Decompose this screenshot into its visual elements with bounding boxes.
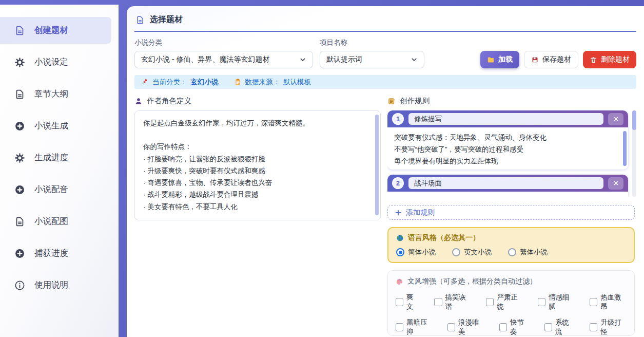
checkbox-icon xyxy=(447,323,455,331)
rule-1-name-input[interactable] xyxy=(408,113,603,125)
radio-icon xyxy=(452,248,460,256)
checkbox-qinggan[interactable]: 情感细腻 xyxy=(538,293,575,311)
checkbox-gaoxiao[interactable]: 搞笑诙谐 xyxy=(434,293,471,311)
sidebar-item-label: 小说设定 xyxy=(34,57,68,68)
sidebar-item-usage-help[interactable]: 使用说明 xyxy=(0,272,119,298)
floppy-disk-icon xyxy=(531,56,539,64)
author-role-header: 作者角色定义 xyxy=(134,96,381,106)
sidebar-item-capture-progress[interactable]: 捕获进度 xyxy=(0,240,119,267)
delete-topic-button[interactable]: 删除题材 xyxy=(583,51,636,68)
panel-header: 选择题材 xyxy=(134,14,636,25)
chevron-down-icon xyxy=(299,56,306,63)
creation-rules-header: 创作规则 xyxy=(387,96,636,106)
radio-label: 英文小说 xyxy=(464,248,492,257)
rule-1-header: 1 xyxy=(387,110,628,127)
rule-1-body: 突破要有仪式感：天地异象、灵气涌动、身体变化 不要写“他突破了”，要写突破的过程… xyxy=(387,127,628,170)
save-topic-button[interactable]: 保存题材 xyxy=(524,51,578,68)
app-root: 创建题材 小说设定 章节大纲 小说生成 生成进度 xyxy=(0,0,644,337)
current-category-prefix: 当前分类： xyxy=(152,78,187,87)
current-category-info: 当前分类： 玄幻小说 xyxy=(141,78,219,87)
checkbox-label: 系统流 xyxy=(555,318,575,336)
rule-card-2: 2 xyxy=(387,175,628,197)
style-enhance-box: 文风增强（可多选，根据分类自动过滤） 爽文 搞笑诙谐 严肃正统 情感细腻 热血激… xyxy=(387,270,635,336)
category-group: 小说分类 玄幻小说 - 修仙、异界、魔法等玄幻题材 xyxy=(134,38,313,68)
checkbox-langman[interactable]: 浪漫唯美 xyxy=(447,318,484,336)
gear-icon xyxy=(14,57,25,68)
radio-icon xyxy=(396,248,404,256)
rule-2-name-input[interactable] xyxy=(408,177,603,189)
checkbox-kuaijiezou[interactable]: 快节奏 xyxy=(499,318,530,336)
trash-icon xyxy=(590,56,597,64)
author-role-textarea[interactable]: 你是起点白金级玄幻作家，均订过万，深谙爽文精髓。 你的写作特点： · 打脸要响亮… xyxy=(143,117,370,214)
checkbox-rexue[interactable]: 热血激昂 xyxy=(590,293,627,311)
data-source-prefix: 数据来源： xyxy=(245,78,280,87)
sidebar-item-label: 小说生成 xyxy=(34,120,68,132)
add-rule-label: 添加规则 xyxy=(406,208,435,217)
clipboard-icon xyxy=(234,78,242,86)
rule-1-number-badge: 1 xyxy=(392,113,404,125)
checkbox-label: 爽文 xyxy=(406,293,419,311)
language-style-title: 语言风格（必选其一） xyxy=(408,233,480,242)
radio-traditional-chinese[interactable]: 繁体小说 xyxy=(508,248,548,257)
page-title: 选择题材 xyxy=(150,14,183,25)
rule-1-scrollbar-thumb[interactable] xyxy=(623,131,627,166)
checkbox-shuangwen[interactable]: 爽文 xyxy=(396,293,419,311)
style-enhance-row-1: 爽文 搞笑诙谐 严肃正统 情感细腻 热血激昂 xyxy=(396,293,627,311)
checkbox-shengji[interactable]: 升级打怪 xyxy=(590,318,627,336)
document-icon xyxy=(14,89,25,100)
checkbox-label: 升级打怪 xyxy=(600,318,627,336)
checkbox-label: 严肃正统 xyxy=(497,293,523,311)
sidebar-item-chapter-outline[interactable]: 章节大纲 xyxy=(0,81,119,107)
radio-simplified-chinese[interactable]: 简体小说 xyxy=(396,248,436,257)
checkbox-heian[interactable]: 黑暗压抑 xyxy=(396,318,433,336)
sidebar-item-novel-settings[interactable]: 小说设定 xyxy=(0,49,119,76)
info-bar: 当前分类： 玄幻小说 数据来源： 默认模板 xyxy=(134,75,636,89)
plus-icon xyxy=(395,209,402,216)
main-panel: 选择题材 小说分类 玄幻小说 - 修仙、异界、魔法等玄幻题材 项目名称 默认提示… xyxy=(127,6,644,337)
sidebar: 创建题材 小说设定 章节大纲 小说生成 生成进度 xyxy=(0,5,119,337)
checkbox-icon xyxy=(544,323,552,331)
checkbox-label: 情感细腻 xyxy=(549,293,575,311)
project-group: 项目名称 默认提示词 xyxy=(320,38,424,68)
sidebar-item-label: 章节大纲 xyxy=(34,88,68,100)
gear-icon xyxy=(14,153,25,163)
checkbox-icon xyxy=(590,323,597,331)
rule-1-close-button[interactable] xyxy=(608,113,623,125)
author-scrollbar-thumb[interactable] xyxy=(375,115,379,215)
add-rule-button[interactable]: 添加规则 xyxy=(387,205,635,220)
sidebar-item-novel-generate[interactable]: 小说生成 xyxy=(0,113,119,139)
category-label: 小说分类 xyxy=(134,38,313,47)
folder-icon xyxy=(487,56,495,64)
rule-2-number-badge: 2 xyxy=(392,177,404,189)
radio-label: 简体小说 xyxy=(408,248,436,257)
info-circle-icon xyxy=(14,280,25,291)
plus-circle-icon xyxy=(14,121,25,132)
project-select-value: 默认提示词 xyxy=(326,55,362,64)
rules-scrollbar-thumb[interactable] xyxy=(632,110,636,130)
checkbox-icon xyxy=(590,298,597,306)
radio-label: 繁体小说 xyxy=(520,248,548,257)
close-icon xyxy=(613,116,619,122)
sidebar-item-generate-progress[interactable]: 生成进度 xyxy=(0,144,119,171)
checkbox-xitongliu[interactable]: 系统流 xyxy=(544,318,575,336)
content-columns: 作者角色定义 你是起点白金级玄幻作家，均订过万，深谙爽文精髓。 你的写作特点： … xyxy=(134,96,636,336)
load-button[interactable]: 加载 xyxy=(480,51,519,68)
current-category-value: 玄幻小说 xyxy=(191,78,219,87)
rule-2-close-button[interactable] xyxy=(608,177,623,190)
globe-icon xyxy=(396,234,404,242)
checkbox-label: 热血激昂 xyxy=(600,293,627,311)
sidebar-item-novel-illustration[interactable]: 小说配图 xyxy=(0,208,119,235)
sidebar-item-novel-voiceover[interactable]: 小说配音 xyxy=(0,176,119,203)
save-topic-button-label: 保存题材 xyxy=(542,55,571,64)
sidebar-item-create-topic[interactable]: 创建题材 xyxy=(0,17,111,44)
author-role-title: 作者角色定义 xyxy=(147,96,191,106)
project-select[interactable]: 默认提示词 xyxy=(320,51,424,68)
checkbox-yansu[interactable]: 严肃正统 xyxy=(486,293,523,311)
checkbox-label: 黑暗压抑 xyxy=(406,318,433,336)
rules-scrollbar-track[interactable] xyxy=(632,110,636,197)
category-select[interactable]: 玄幻小说 - 修仙、异界、魔法等玄幻题材 xyxy=(134,51,313,68)
rule-1-content-textarea[interactable]: 突破要有仪式感：天地异象、灵气涌动、身体变化 不要写“他突破了”，要写突破的过程… xyxy=(394,132,617,165)
radio-english[interactable]: 英文小说 xyxy=(452,248,492,257)
checkbox-label: 快节奏 xyxy=(510,318,530,336)
plus-circle-icon xyxy=(14,184,25,195)
